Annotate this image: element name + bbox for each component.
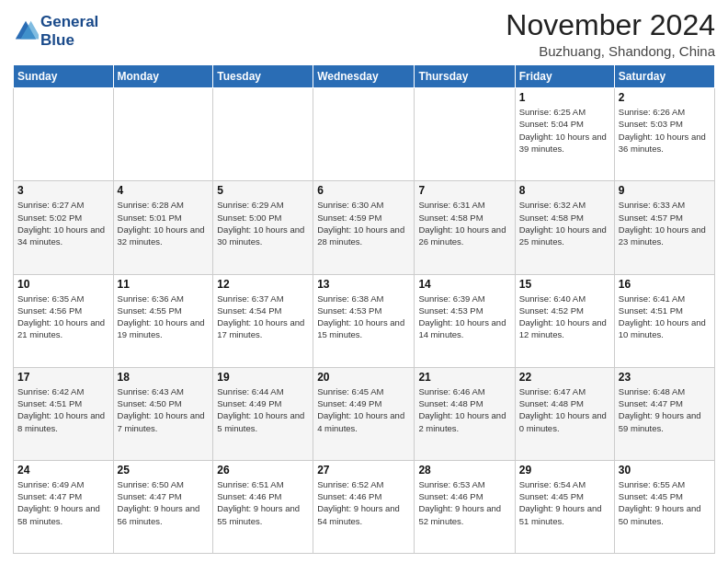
- day-info: Sunrise: 6:39 AM Sunset: 4:53 PM Dayligh…: [418, 293, 510, 341]
- calendar-cell: 23Sunrise: 6:48 AM Sunset: 4:47 PM Dayli…: [614, 367, 714, 460]
- calendar-cell: 25Sunrise: 6:50 AM Sunset: 4:47 PM Dayli…: [113, 460, 213, 553]
- calendar-cell: [415, 88, 515, 181]
- day-info: Sunrise: 6:55 AM Sunset: 4:45 PM Dayligh…: [619, 478, 711, 527]
- day-info: Sunrise: 6:44 AM Sunset: 4:49 PM Dayligh…: [217, 385, 309, 434]
- col-tuesday: Tuesday: [213, 65, 313, 88]
- day-number: 27: [317, 464, 410, 477]
- day-info: Sunrise: 6:26 AM Sunset: 5:03 PM Dayligh…: [619, 106, 711, 155]
- month-title: November 2024: [506, 9, 715, 41]
- day-info: Sunrise: 6:48 AM Sunset: 4:47 PM Dayligh…: [619, 385, 711, 434]
- day-number: 8: [519, 184, 610, 197]
- day-number: 4: [118, 184, 210, 197]
- day-number: 2: [619, 91, 711, 104]
- calendar-header-row: Sunday Monday Tuesday Wednesday Thursday…: [14, 65, 715, 88]
- day-info: Sunrise: 6:42 AM Sunset: 4:51 PM Dayligh…: [17, 385, 109, 434]
- day-number: 29: [519, 464, 610, 477]
- col-friday: Friday: [515, 65, 614, 88]
- calendar-cell: 4Sunrise: 6:28 AM Sunset: 5:01 PM Daylig…: [113, 181, 213, 274]
- calendar-cell: 2Sunrise: 6:26 AM Sunset: 5:03 PM Daylig…: [614, 88, 714, 181]
- calendar-cell: 11Sunrise: 6:36 AM Sunset: 4:55 PM Dayli…: [113, 274, 213, 367]
- day-info: Sunrise: 6:45 AM Sunset: 4:49 PM Dayligh…: [317, 385, 410, 434]
- day-number: 5: [217, 184, 309, 197]
- day-number: 23: [619, 371, 711, 384]
- calendar-cell: 7Sunrise: 6:31 AM Sunset: 4:58 PM Daylig…: [415, 181, 515, 274]
- calendar-cell: 27Sunrise: 6:52 AM Sunset: 4:46 PM Dayli…: [313, 460, 415, 553]
- calendar-cell: 12Sunrise: 6:37 AM Sunset: 4:54 PM Dayli…: [213, 274, 313, 367]
- day-info: Sunrise: 6:49 AM Sunset: 4:47 PM Dayligh…: [17, 478, 109, 527]
- calendar-cell: [313, 88, 415, 181]
- day-info: Sunrise: 6:41 AM Sunset: 4:51 PM Dayligh…: [619, 293, 711, 341]
- day-info: Sunrise: 6:37 AM Sunset: 4:54 PM Dayligh…: [217, 293, 309, 341]
- day-info: Sunrise: 6:33 AM Sunset: 4:57 PM Dayligh…: [619, 199, 711, 247]
- day-number: 22: [519, 371, 610, 384]
- day-info: Sunrise: 6:51 AM Sunset: 4:46 PM Dayligh…: [217, 478, 309, 527]
- day-info: Sunrise: 6:35 AM Sunset: 4:56 PM Dayligh…: [17, 293, 109, 341]
- calendar-cell: 28Sunrise: 6:53 AM Sunset: 4:46 PM Dayli…: [415, 460, 515, 553]
- col-wednesday: Wednesday: [313, 65, 415, 88]
- calendar-cell: [14, 88, 114, 181]
- day-number: 24: [17, 464, 109, 477]
- day-number: 30: [619, 464, 711, 477]
- calendar-cell: 19Sunrise: 6:44 AM Sunset: 4:49 PM Dayli…: [213, 367, 313, 460]
- day-info: Sunrise: 6:40 AM Sunset: 4:52 PM Dayligh…: [519, 293, 610, 341]
- calendar-cell: 10Sunrise: 6:35 AM Sunset: 4:56 PM Dayli…: [14, 274, 114, 367]
- calendar-cell: 14Sunrise: 6:39 AM Sunset: 4:53 PM Dayli…: [415, 274, 515, 367]
- logo: General Blue: [13, 13, 98, 49]
- calendar-cell: 18Sunrise: 6:43 AM Sunset: 4:50 PM Dayli…: [113, 367, 213, 460]
- day-info: Sunrise: 6:53 AM Sunset: 4:46 PM Dayligh…: [418, 478, 510, 527]
- logo-text: General Blue: [40, 13, 98, 49]
- calendar-cell: 26Sunrise: 6:51 AM Sunset: 4:46 PM Dayli…: [213, 460, 313, 553]
- calendar-week-3: 17Sunrise: 6:42 AM Sunset: 4:51 PM Dayli…: [14, 367, 715, 460]
- calendar-cell: 15Sunrise: 6:40 AM Sunset: 4:52 PM Dayli…: [515, 274, 614, 367]
- calendar-week-0: 1Sunrise: 6:25 AM Sunset: 5:04 PM Daylig…: [14, 88, 715, 181]
- day-number: 18: [118, 371, 210, 384]
- day-number: 28: [418, 464, 510, 477]
- day-number: 12: [217, 278, 309, 291]
- day-number: 26: [217, 464, 309, 477]
- calendar: Sunday Monday Tuesday Wednesday Thursday…: [13, 64, 715, 554]
- calendar-cell: 16Sunrise: 6:41 AM Sunset: 4:51 PM Dayli…: [614, 274, 714, 367]
- calendar-cell: 17Sunrise: 6:42 AM Sunset: 4:51 PM Dayli…: [14, 367, 114, 460]
- day-info: Sunrise: 6:36 AM Sunset: 4:55 PM Dayligh…: [118, 293, 210, 341]
- calendar-week-2: 10Sunrise: 6:35 AM Sunset: 4:56 PM Dayli…: [14, 274, 715, 367]
- day-info: Sunrise: 6:32 AM Sunset: 4:58 PM Dayligh…: [519, 199, 610, 247]
- day-info: Sunrise: 6:29 AM Sunset: 5:00 PM Dayligh…: [217, 199, 309, 247]
- day-number: 3: [17, 184, 109, 197]
- day-number: 9: [619, 184, 711, 197]
- location-title: Buzhuang, Shandong, China: [506, 43, 715, 59]
- calendar-cell: 20Sunrise: 6:45 AM Sunset: 4:49 PM Dayli…: [313, 367, 415, 460]
- col-thursday: Thursday: [415, 65, 515, 88]
- calendar-cell: 30Sunrise: 6:55 AM Sunset: 4:45 PM Dayli…: [614, 460, 714, 553]
- day-number: 25: [118, 464, 210, 477]
- calendar-cell: 8Sunrise: 6:32 AM Sunset: 4:58 PM Daylig…: [515, 181, 614, 274]
- calendar-cell: 13Sunrise: 6:38 AM Sunset: 4:53 PM Dayli…: [313, 274, 415, 367]
- day-info: Sunrise: 6:27 AM Sunset: 5:02 PM Dayligh…: [17, 199, 109, 247]
- header: General Blue November 2024 Buzhuang, Sha…: [13, 9, 715, 59]
- calendar-cell: 22Sunrise: 6:47 AM Sunset: 4:48 PM Dayli…: [515, 367, 614, 460]
- title-block: November 2024 Buzhuang, Shandong, China: [506, 9, 715, 59]
- page: General Blue November 2024 Buzhuang, Sha…: [0, 0, 728, 563]
- calendar-cell: [113, 88, 213, 181]
- day-info: Sunrise: 6:52 AM Sunset: 4:46 PM Dayligh…: [317, 478, 410, 527]
- day-info: Sunrise: 6:43 AM Sunset: 4:50 PM Dayligh…: [118, 385, 210, 434]
- col-sunday: Sunday: [14, 65, 114, 88]
- calendar-week-4: 24Sunrise: 6:49 AM Sunset: 4:47 PM Dayli…: [14, 460, 715, 553]
- day-info: Sunrise: 6:25 AM Sunset: 5:04 PM Dayligh…: [519, 106, 610, 155]
- calendar-cell: 1Sunrise: 6:25 AM Sunset: 5:04 PM Daylig…: [515, 88, 614, 181]
- day-number: 15: [519, 278, 610, 291]
- day-info: Sunrise: 6:46 AM Sunset: 4:48 PM Dayligh…: [418, 385, 510, 434]
- calendar-cell: 3Sunrise: 6:27 AM Sunset: 5:02 PM Daylig…: [14, 181, 114, 274]
- day-info: Sunrise: 6:30 AM Sunset: 4:59 PM Dayligh…: [317, 199, 410, 247]
- day-number: 10: [17, 278, 109, 291]
- calendar-cell: 21Sunrise: 6:46 AM Sunset: 4:48 PM Dayli…: [415, 367, 515, 460]
- calendar-week-1: 3Sunrise: 6:27 AM Sunset: 5:02 PM Daylig…: [14, 181, 715, 274]
- col-saturday: Saturday: [614, 65, 714, 88]
- day-info: Sunrise: 6:28 AM Sunset: 5:01 PM Dayligh…: [118, 199, 210, 247]
- day-number: 20: [317, 371, 410, 384]
- day-number: 11: [118, 278, 210, 291]
- calendar-cell: 9Sunrise: 6:33 AM Sunset: 4:57 PM Daylig…: [614, 181, 714, 274]
- calendar-cell: [213, 88, 313, 181]
- day-info: Sunrise: 6:54 AM Sunset: 4:45 PM Dayligh…: [519, 478, 610, 527]
- day-number: 16: [619, 278, 711, 291]
- day-info: Sunrise: 6:38 AM Sunset: 4:53 PM Dayligh…: [317, 293, 410, 341]
